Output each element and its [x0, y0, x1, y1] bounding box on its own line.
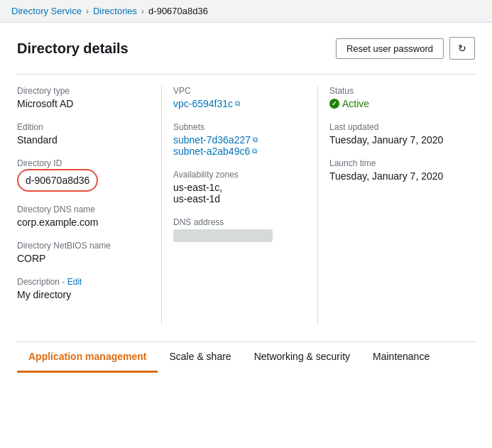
field-value-launch-time: Tuesday, January 7, 2020: [329, 170, 464, 182]
header-row: Directory details Reset user password ↻: [17, 37, 475, 60]
field-last-updated: Last updated Tuesday, January 7, 2020: [329, 122, 464, 146]
field-value-availability-zones: us-east-1c, us-east-1d: [173, 182, 306, 204]
dns-address-blurred: [173, 229, 273, 242]
tabs-bar: Application management Scale & share Net…: [17, 342, 475, 373]
field-availability-zones: Availability zones us-east-1c, us-east-1…: [173, 170, 306, 204]
field-edition: Edition Standard: [17, 122, 150, 146]
field-dns-address: DNS address: [173, 217, 306, 242]
field-label-availability-zones: Availability zones: [173, 170, 306, 180]
field-vpc: VPC vpc-6594f31c ⧉: [173, 86, 306, 109]
field-value-directory-netbios-name: CORP: [17, 253, 150, 264]
header-actions: Reset user password ↻: [336, 37, 475, 60]
status-active-icon: [329, 99, 339, 109]
main-content: Directory details Reset user password ↻ …: [0, 23, 492, 373]
field-value-dns-address: [173, 229, 306, 242]
field-label-directory-dns-name: Directory DNS name: [17, 204, 150, 214]
field-value-edition: Standard: [17, 134, 150, 146]
field-value-directory-type: Microsoft AD: [17, 98, 150, 109]
field-value-last-updated: Tuesday, January 7, 2020: [329, 134, 464, 146]
field-value-description: My directory: [17, 289, 150, 300]
field-value-vpc: vpc-6594f31c ⧉: [173, 98, 306, 109]
external-link-icon-subnet1: ⧉: [253, 136, 258, 144]
breadcrumb-sep-1: ›: [86, 6, 89, 16]
field-label-last-updated: Last updated: [329, 122, 464, 132]
refresh-icon: ↻: [458, 43, 466, 54]
external-link-icon-subnet2: ⧉: [252, 147, 257, 155]
field-label-description: Description - Edit: [17, 277, 150, 287]
field-description: Description - Edit My directory: [17, 277, 150, 300]
field-value-subnets: subnet-7d36a227⧉ subnet-a2ab49c6⧉: [173, 134, 306, 157]
field-label-status: Status: [329, 86, 464, 96]
page-title: Directory details: [17, 40, 129, 57]
breadcrumb-current: d-90670a8d36: [148, 6, 208, 16]
directory-id-circled: d-90670a8d36: [17, 169, 98, 192]
field-status: Status Active: [329, 86, 464, 109]
field-value-directory-dns-name: corp.example.com: [17, 217, 150, 228]
breadcrumb-sep-2: ›: [141, 6, 144, 16]
field-directory-id: Directory ID d-90670a8d36: [17, 158, 150, 192]
breadcrumb-directories[interactable]: Directories: [93, 6, 137, 16]
details-col2: VPC vpc-6594f31c ⧉ Subnets subnet-7d36a2…: [173, 86, 318, 324]
external-link-icon: ⧉: [235, 99, 240, 108]
breadcrumb-directory-service[interactable]: Directory Service: [11, 6, 82, 16]
tab-scale-share[interactable]: Scale & share: [158, 342, 242, 373]
details-col1: Directory type Microsoft AD Edition Stan…: [17, 86, 162, 324]
field-directory-type: Directory type Microsoft AD: [17, 86, 150, 109]
field-value-directory-id: d-90670a8d36: [26, 175, 89, 186]
tab-maintenance[interactable]: Maintenance: [361, 342, 441, 373]
tab-networking-security[interactable]: Networking & security: [243, 342, 361, 373]
field-label-vpc: VPC: [173, 86, 306, 96]
details-col3: Status Active Last updated Tuesday, Janu…: [329, 86, 475, 324]
tab-application-management[interactable]: Application management: [17, 342, 158, 373]
field-label-edition: Edition: [17, 122, 150, 132]
vpc-link[interactable]: vpc-6594f31c ⧉: [173, 98, 240, 109]
field-label-subnets: Subnets: [173, 122, 306, 132]
field-label-dns-address: DNS address: [173, 217, 306, 227]
description-edit-link[interactable]: Edit: [67, 277, 82, 287]
field-label-directory-id: Directory ID: [17, 158, 150, 168]
subnet-1-link[interactable]: subnet-7d36a227⧉: [173, 134, 258, 146]
field-subnets: Subnets subnet-7d36a227⧉ subnet-a2ab49c6…: [173, 122, 306, 157]
field-label-directory-netbios-name: Directory NetBIOS name: [17, 241, 150, 251]
field-directory-dns-name: Directory DNS name corp.example.com: [17, 204, 150, 228]
refresh-button[interactable]: ↻: [449, 37, 475, 60]
field-value-status: Active: [329, 98, 464, 109]
details-grid: Directory type Microsoft AD Edition Stan…: [17, 74, 475, 324]
field-launch-time: Launch time Tuesday, January 7, 2020: [329, 158, 464, 182]
field-label-directory-type: Directory type: [17, 86, 150, 96]
reset-user-password-button[interactable]: Reset user password: [336, 38, 444, 59]
field-directory-netbios-name: Directory NetBIOS name CORP: [17, 241, 150, 264]
field-label-launch-time: Launch time: [329, 158, 464, 168]
breadcrumb: Directory Service › Directories › d-9067…: [0, 0, 492, 23]
subnet-2-link[interactable]: subnet-a2ab49c6⧉: [173, 146, 257, 157]
